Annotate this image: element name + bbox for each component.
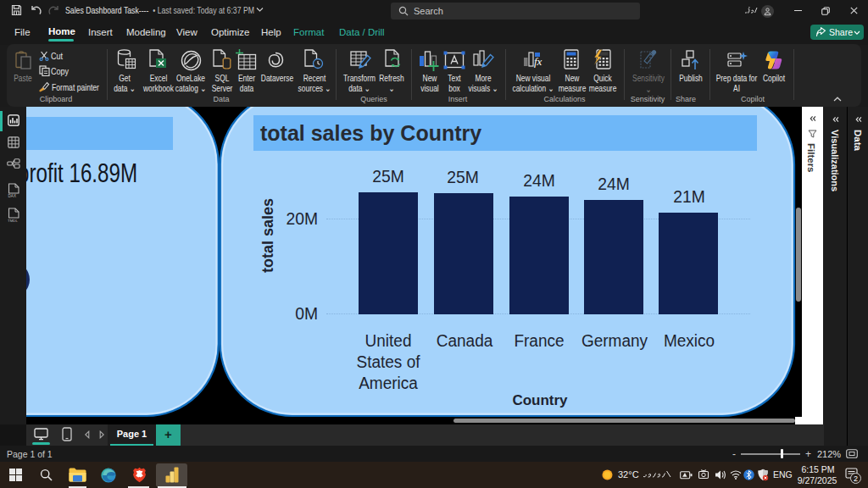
svg-text:fx: fx (534, 55, 542, 68)
svg-text:TMDL: TMDL (8, 219, 19, 223)
svg-text:DAX: DAX (8, 194, 16, 198)
